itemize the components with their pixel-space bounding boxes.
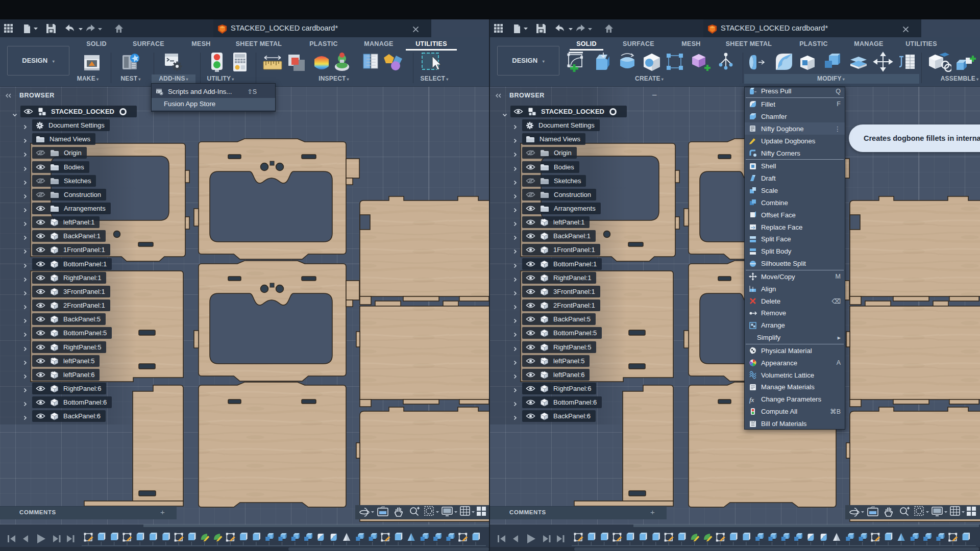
svg-text:fx: fx [749,395,754,403]
